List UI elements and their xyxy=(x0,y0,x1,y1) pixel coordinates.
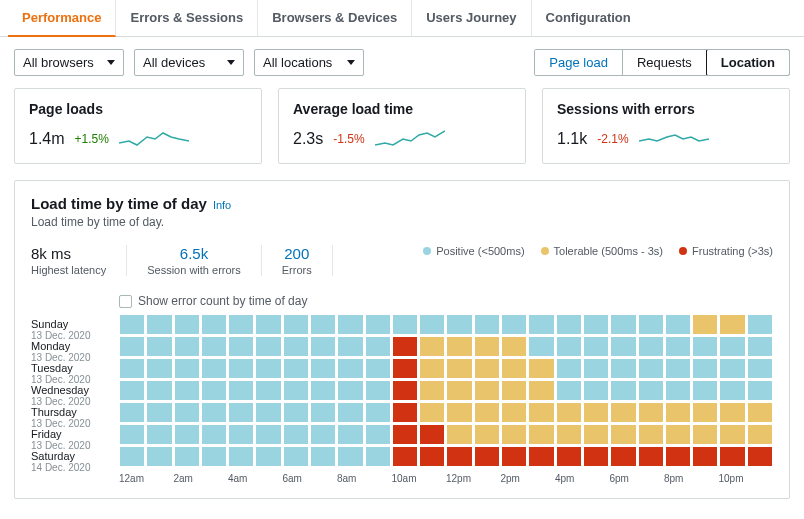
heatmap-cell[interactable] xyxy=(310,358,336,379)
heatmap-cell[interactable] xyxy=(583,336,609,357)
heatmap-cell[interactable] xyxy=(119,336,145,357)
heatmap-cell[interactable] xyxy=(283,424,309,445)
heatmap-cell[interactable] xyxy=(392,358,418,379)
tab-users-journey[interactable]: Users Journey xyxy=(412,0,531,36)
heatmap-cell[interactable] xyxy=(528,424,554,445)
device-select[interactable]: All devices xyxy=(134,49,244,76)
seg-location[interactable]: Location xyxy=(706,49,790,76)
heatmap-cell[interactable] xyxy=(337,314,363,335)
heatmap-cell[interactable] xyxy=(665,314,691,335)
heatmap-cell[interactable] xyxy=(310,424,336,445)
heatmap-cell[interactable] xyxy=(174,336,200,357)
heatmap-cell[interactable] xyxy=(556,424,582,445)
heatmap-cell[interactable] xyxy=(747,314,773,335)
heatmap-cell[interactable] xyxy=(501,358,527,379)
heatmap-cell[interactable] xyxy=(501,336,527,357)
tab-browsers-devices[interactable]: Browsers & Devices xyxy=(258,0,412,36)
heatmap-cell[interactable] xyxy=(174,314,200,335)
heatmap-cell[interactable] xyxy=(310,446,336,467)
heatmap-cell[interactable] xyxy=(692,380,718,401)
heatmap-cell[interactable] xyxy=(665,446,691,467)
heatmap-cell[interactable] xyxy=(310,336,336,357)
heatmap-cell[interactable] xyxy=(201,336,227,357)
tab-performance[interactable]: Performance xyxy=(8,0,116,37)
heatmap-cell[interactable] xyxy=(719,424,745,445)
heatmap-cell[interactable] xyxy=(392,336,418,357)
heatmap-cell[interactable] xyxy=(446,358,472,379)
heatmap-cell[interactable] xyxy=(528,402,554,423)
heatmap-cell[interactable] xyxy=(446,380,472,401)
heatmap-cell[interactable] xyxy=(446,424,472,445)
heatmap-cell[interactable] xyxy=(119,446,145,467)
heatmap-cell[interactable] xyxy=(610,314,636,335)
heatmap-cell[interactable] xyxy=(528,358,554,379)
info-link[interactable]: Info xyxy=(213,199,231,211)
heatmap-cell[interactable] xyxy=(747,336,773,357)
heatmap-cell[interactable] xyxy=(638,424,664,445)
heatmap-cell[interactable] xyxy=(228,314,254,335)
checkbox-icon[interactable] xyxy=(119,295,132,308)
heatmap-cell[interactable] xyxy=(719,402,745,423)
browser-select[interactable]: All browsers xyxy=(14,49,124,76)
heatmap-cell[interactable] xyxy=(665,336,691,357)
heatmap-cell[interactable] xyxy=(665,380,691,401)
heatmap-cell[interactable] xyxy=(146,446,172,467)
heatmap-cell[interactable] xyxy=(583,424,609,445)
heatmap-cell[interactable] xyxy=(392,380,418,401)
location-select[interactable]: All locations xyxy=(254,49,364,76)
heatmap-cell[interactable] xyxy=(146,402,172,423)
show-error-count-checkbox[interactable]: Show error count by time of day xyxy=(119,294,773,308)
heatmap-cell[interactable] xyxy=(201,380,227,401)
heatmap-cell[interactable] xyxy=(610,380,636,401)
tab-configuration[interactable]: Configuration xyxy=(532,0,645,36)
heatmap-cell[interactable] xyxy=(174,380,200,401)
heatmap-cell[interactable] xyxy=(692,358,718,379)
heatmap-cell[interactable] xyxy=(310,314,336,335)
heatmap-cell[interactable] xyxy=(119,402,145,423)
heatmap-cell[interactable] xyxy=(419,358,445,379)
heatmap-cell[interactable] xyxy=(474,336,500,357)
heatmap-cell[interactable] xyxy=(556,380,582,401)
heatmap-cell[interactable] xyxy=(174,402,200,423)
heatmap-cell[interactable] xyxy=(228,336,254,357)
heatmap-cell[interactable] xyxy=(201,314,227,335)
heatmap-cell[interactable] xyxy=(583,380,609,401)
heatmap-cell[interactable] xyxy=(201,358,227,379)
heatmap-cell[interactable] xyxy=(747,424,773,445)
heatmap-cell[interactable] xyxy=(146,314,172,335)
heatmap-cell[interactable] xyxy=(365,446,391,467)
seg-requests[interactable]: Requests xyxy=(623,50,707,75)
heatmap-cell[interactable] xyxy=(419,402,445,423)
heatmap-cell[interactable] xyxy=(528,336,554,357)
heatmap-cell[interactable] xyxy=(419,424,445,445)
heatmap-cell[interactable] xyxy=(501,446,527,467)
heatmap-cell[interactable] xyxy=(638,358,664,379)
heatmap-cell[interactable] xyxy=(638,402,664,423)
heatmap-cell[interactable] xyxy=(310,402,336,423)
heatmap-cell[interactable] xyxy=(365,424,391,445)
heatmap-cell[interactable] xyxy=(228,380,254,401)
heatmap-cell[interactable] xyxy=(719,314,745,335)
heatmap-cell[interactable] xyxy=(501,380,527,401)
heatmap-cell[interactable] xyxy=(255,424,281,445)
heatmap-cell[interactable] xyxy=(419,446,445,467)
heatmap-cell[interactable] xyxy=(610,358,636,379)
heatmap-cell[interactable] xyxy=(446,402,472,423)
heatmap-cell[interactable] xyxy=(365,336,391,357)
heatmap-cell[interactable] xyxy=(719,446,745,467)
heatmap-cell[interactable] xyxy=(201,446,227,467)
heatmap-cell[interactable] xyxy=(556,314,582,335)
heatmap-cell[interactable] xyxy=(255,314,281,335)
heatmap-cell[interactable] xyxy=(392,424,418,445)
heatmap-cell[interactable] xyxy=(583,402,609,423)
heatmap-cell[interactable] xyxy=(719,336,745,357)
heatmap-cell[interactable] xyxy=(146,380,172,401)
heatmap-cell[interactable] xyxy=(610,424,636,445)
heatmap-cell[interactable] xyxy=(501,424,527,445)
heatmap-cell[interactable] xyxy=(283,358,309,379)
heatmap-cell[interactable] xyxy=(365,314,391,335)
heatmap-cell[interactable] xyxy=(446,446,472,467)
heatmap-cell[interactable] xyxy=(747,380,773,401)
heatmap-cell[interactable] xyxy=(747,358,773,379)
heatmap-cell[interactable] xyxy=(446,314,472,335)
